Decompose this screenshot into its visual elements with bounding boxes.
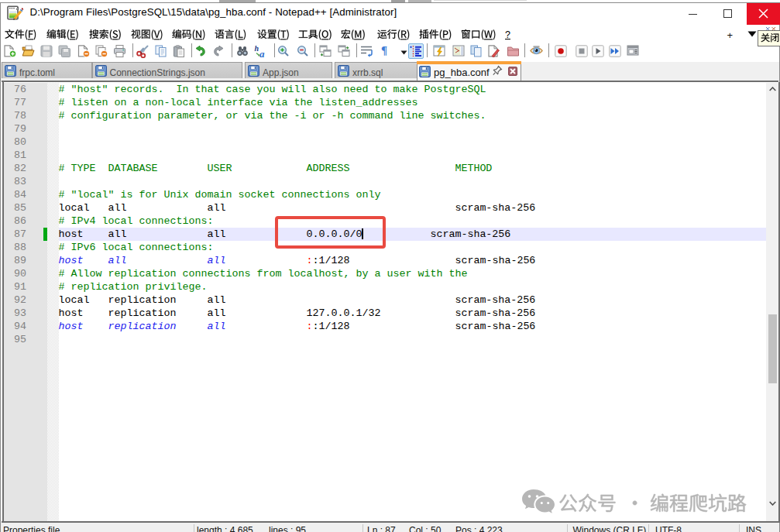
svg-text:a: a bbox=[259, 47, 265, 57]
svg-text:h: h bbox=[255, 45, 259, 53]
